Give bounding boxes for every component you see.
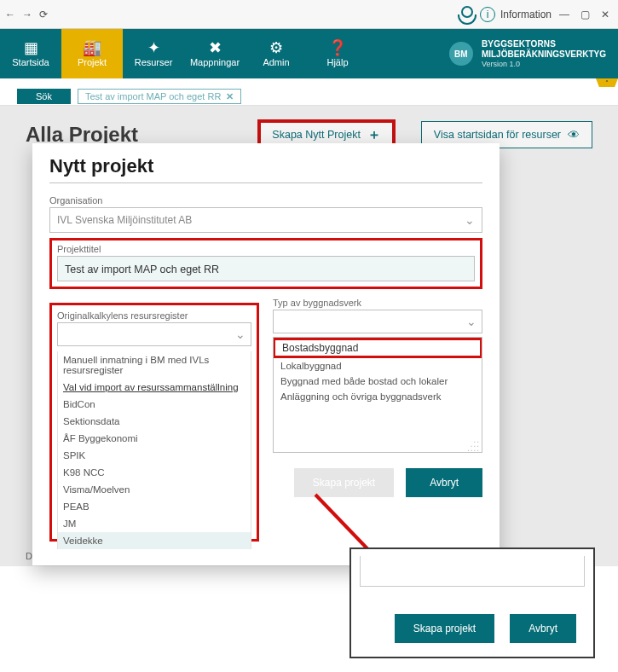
dropdown-option[interactable]: PEAB [58, 498, 251, 515]
brand-line3: Version 1.0 [482, 60, 606, 69]
orig-register-highlight: Originalkalkylens resursregister ⌄ Manue… [49, 303, 259, 542]
home-icon: ▦ [24, 40, 38, 55]
help-icon: ❓ [328, 40, 347, 55]
ribbon-hjalp[interactable]: ❓ Hjälp [307, 29, 368, 78]
user-icon[interactable] [456, 6, 475, 23]
brand-logo: BM [449, 42, 473, 66]
dropdown-option[interactable]: SPIK [58, 447, 251, 464]
brand-line1: BYGGSEKTORNS [482, 39, 606, 49]
ribbon-label: Admin [263, 57, 289, 67]
ribbon-projekt[interactable]: 🏭 Projekt [61, 29, 123, 78]
create-project-submit[interactable]: Skapa projekt [395, 614, 494, 643]
close-icon[interactable]: ✕ [226, 90, 234, 103]
organisation-value: IVL Svenska Miljöinstitutet AB [57, 214, 192, 226]
chevron-down-icon: ⌄ [235, 327, 245, 341]
brand-line2: MILJÖBERÄKNINGSVERKTYG [482, 49, 606, 60]
forward-icon[interactable]: → [22, 9, 32, 20]
tabs-row: Sök Test av import MAP och eget RR ✕ [0, 87, 618, 106]
info-region: i Information — ▢ ✕ [456, 6, 613, 23]
project-icon: 🏭 [83, 40, 101, 55]
ribbon-startsida[interactable]: ▦ Startsida [0, 29, 61, 78]
brand-text: BYGGSEKTORNS MILJÖBERÄKNINGSVERKTYG Vers… [482, 39, 606, 69]
chevron-down-icon: ⌄ [465, 213, 475, 227]
dropdown-heading: Val vid import av resurssammanställning [58, 379, 251, 396]
ribbon-admin[interactable]: ⚙ Admin [245, 29, 307, 78]
ribbon-label: Hjälp [326, 57, 348, 67]
ribbon-resurser[interactable]: ✦ Resurser [123, 29, 184, 78]
ribbon-label: Projekt [78, 57, 107, 67]
brand-block: BM BYGGSEKTORNS MILJÖBERÄKNINGSVERKTYG V… [449, 29, 618, 78]
building-type-option[interactable]: Anläggning och övriga byggnadsverk [274, 389, 482, 404]
nav-arrows: ← → ⟳ [5, 9, 48, 20]
app-ribbon: ▦ Startsida 🏭 Projekt ✦ Resurser ✖ Mappn… [0, 29, 618, 78]
orig-register-select[interactable]: ⌄ [57, 322, 251, 346]
refresh-icon[interactable]: ⟳ [39, 9, 48, 20]
resize-handle-icon[interactable]: ......... [467, 437, 480, 450]
collapse-ribbon-icon[interactable]: ˄ [596, 78, 618, 87]
callout-field-fragment [360, 556, 585, 587]
window-minimize[interactable]: — [557, 9, 572, 20]
info-icon[interactable]: i [480, 7, 495, 22]
tab-open-label: Test av import MAP och eget RR [85, 90, 221, 103]
dropdown-option[interactable]: ÅF Byggekonomi [58, 430, 251, 447]
projekttitel-label: Projekttitel [57, 244, 475, 254]
create-project-label: Skapa Nytt Projekt [272, 129, 361, 141]
dropdown-option[interactable]: Veidekke [58, 532, 251, 549]
callout-panel: Skapa projekt Avbryt [349, 547, 595, 658]
admin-icon: ⚙ [269, 40, 283, 55]
building-type-label: Typ av byggnadsverk [273, 298, 482, 308]
information-label[interactable]: Information [500, 9, 552, 20]
projekttitel-highlight: Projekttitel Test av import MAP och eget… [49, 238, 482, 289]
window-maximize[interactable]: ▢ [577, 9, 592, 20]
resources-icon: ✦ [147, 40, 160, 55]
window-close[interactable]: ✕ [598, 9, 613, 20]
ribbon-label: Startsida [12, 57, 49, 67]
dropdown-option[interactable]: BidCon [58, 396, 251, 413]
building-type-listbox[interactable]: Bostadsbyggnad Lokalbyggnad Byggnad med … [273, 337, 482, 453]
dropdown-option[interactable]: Sektionsdata [58, 413, 251, 430]
building-type-option-highlight[interactable]: Bostadsbyggnad [273, 338, 482, 358]
create-project-submit-disabled: Skapa projekt [294, 468, 394, 497]
building-type-option[interactable]: Lokalbyggnad [274, 358, 482, 374]
page-dim: Alla Projekt Skapa Nytt Projekt ＋ Visa s… [0, 106, 618, 566]
orig-register-dropdown[interactable]: Manuell inmatning i BM med IVLs resursre… [57, 351, 251, 549]
building-type-select[interactable]: ⌄ [273, 310, 482, 333]
dropdown-option[interactable]: K98 NCC [58, 464, 251, 481]
orig-register-label: Originalkalkylens resursregister [57, 310, 251, 321]
mappings-icon: ✖ [209, 40, 222, 55]
tab-search[interactable]: Sök [17, 89, 71, 104]
ribbon-label: Mappningar [190, 57, 240, 67]
dropdown-option-manual[interactable]: Manuell inmatning i BM med IVLs resursre… [58, 351, 251, 379]
new-project-modal: Nytt projekt Organisation IVL Svenska Mi… [32, 143, 500, 565]
dropdown-option[interactable]: JM [58, 515, 251, 532]
show-startpage-label: Visa startsidan för resurser [434, 129, 561, 141]
ribbon-mappningar[interactable]: ✖ Mappningar [184, 29, 245, 78]
cancel-button[interactable]: Avbryt [406, 468, 482, 497]
tab-open-project[interactable]: Test av import MAP och eget RR ✕ [78, 89, 241, 104]
back-icon[interactable]: ← [5, 9, 15, 20]
organisation-select[interactable]: IVL Svenska Miljöinstitutet AB ⌄ [49, 207, 482, 233]
ribbon-label: Resurser [135, 57, 173, 67]
projekttitel-input[interactable]: Test av import MAP och eget RR [57, 256, 475, 281]
building-type-option[interactable]: Byggnad med både bostad och lokaler [274, 374, 482, 389]
modal-title: Nytt projekt [49, 155, 482, 177]
browser-bar: ← → ⟳ i Information — ▢ ✕ [0, 0, 618, 29]
chevron-down-icon: ⌄ [466, 315, 476, 328]
organisation-label: Organisation [49, 195, 482, 206]
dropdown-option[interactable]: Visma/Moelven [58, 481, 251, 498]
cancel-button[interactable]: Avbryt [510, 614, 576, 643]
